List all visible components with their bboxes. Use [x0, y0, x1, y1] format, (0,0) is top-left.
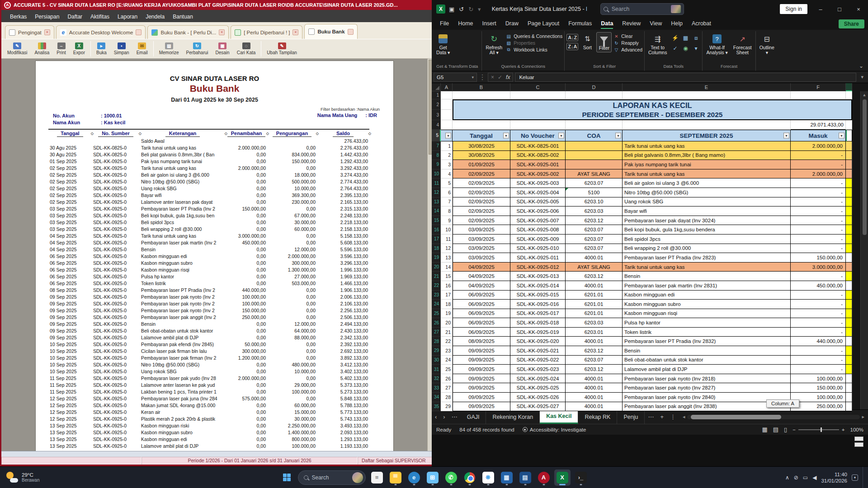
cell-g[interactable] [846, 151, 852, 160]
row-header[interactable]: 16 [432, 225, 441, 235]
cell-voucher[interactable]: SDL-KK-0925-013 [510, 272, 566, 281]
taskbar-app-icon[interactable]: ✆ [443, 469, 459, 486]
cell-description[interactable]: Bensin [623, 272, 791, 281]
taskbar-app-icon[interactable]: ▤ [517, 469, 533, 486]
cell-voucher[interactable]: SDL-KK-0925-003 [510, 178, 566, 188]
hscroll-left-icon[interactable]: ◂ [683, 414, 685, 420]
filter-dropdown-icon[interactable]: ▼ [783, 133, 789, 139]
bank-book-row[interactable]: 11 Sep 2025 SDL-KK-0925-0 Pembayaran las… [48, 375, 369, 381]
ribbon-tab[interactable]: Draw [501, 19, 523, 29]
cell-g[interactable] [846, 309, 852, 319]
menu-item[interactable]: Laporan [113, 12, 142, 21]
cell-coa[interactable] [566, 151, 623, 160]
sheet-tab[interactable]: Penju [617, 410, 645, 424]
cell-index[interactable]: 8 [441, 206, 453, 216]
cell-index[interactable]: 28 [441, 393, 453, 402]
cell-index[interactable]: 16 [441, 281, 453, 291]
cell-tanggal[interactable]: 06/09/2025 [453, 309, 510, 319]
cell-index[interactable]: 2 [441, 151, 453, 160]
cell-description[interactable]: Pembayaran laser PT Pradia (Inv 2823) [623, 253, 791, 263]
cell-tanggal[interactable]: 04/09/2025 [453, 272, 510, 281]
cell-g[interactable] [846, 365, 852, 374]
cell-tanggal[interactable]: 04/09/2025 [453, 281, 510, 291]
cell-g[interactable] [846, 393, 852, 402]
toolbar-button[interactable]: ▪ Simpan [111, 42, 132, 56]
column-header-f[interactable]: F [791, 83, 846, 91]
header-cell-masuk[interactable]: Masuk▼ [791, 130, 846, 141]
cell-index[interactable]: 20 [441, 318, 453, 328]
bank-book-row[interactable]: 12 Sep 2025 SDL-KK-0925-0 Keran air 0,00… [48, 408, 369, 415]
cell-index[interactable]: 27 [441, 383, 453, 393]
bank-book-row[interactable]: 02 Sep 2025 SDL-KK-0925-0 Uang rokok SBG… [48, 185, 369, 192]
toolbar-button[interactable]: ▸ Buka [93, 42, 110, 56]
tab-close-icon[interactable]: × [219, 29, 225, 35]
bank-book-row[interactable]: 10 Sep 2025 SDL-KK-0925-0 Pembayaran pak… [48, 341, 369, 347]
cell-index[interactable]: 21 [441, 328, 453, 337]
workbook-links-button[interactable]: ⧉Workbook Links [506, 47, 562, 52]
cell-g[interactable] [846, 374, 852, 384]
cell-index[interactable]: 13 [441, 253, 453, 263]
sort-button[interactable]: ⇅ Sort [580, 32, 594, 52]
cell-description[interactable]: Tarik tunai untuk uang kas [623, 141, 791, 151]
cell-voucher[interactable]: SDL-KK-0925-017 [510, 309, 566, 319]
accurate-title-bar[interactable]: A ACCURATE 5 - CV SINAR DUTA LASER RO [E… [1, 0, 434, 10]
cell-voucher[interactable]: SDL-KK-0925-023 [510, 365, 566, 374]
show-desktop-button[interactable] [863, 467, 864, 488]
row-header[interactable]: 26 [432, 318, 441, 328]
row-header[interactable]: 24 [432, 300, 441, 309]
cell-g[interactable] [846, 197, 852, 207]
scrollbar-thumb[interactable] [863, 99, 867, 235]
bank-book-row[interactable]: 06 Sep 2025 SDL-KK-0925-0 Token listrik … [48, 280, 369, 286]
cell-g[interactable] [846, 216, 852, 225]
cell[interactable] [566, 120, 623, 130]
col-header-saldo[interactable]: Saldo◇ [317, 129, 369, 137]
sheet-data-row[interactable]: 23 17 06/09/2025 SDL-KK-0925-015 6201.01… [432, 291, 868, 300]
row-header[interactable]: 27 [432, 328, 441, 337]
bank-book-row[interactable]: 06 Sep 2025 SDL-KK-0925-0 Kasbon minggua… [48, 253, 369, 259]
bank-book-row[interactable]: 13 Sep 2025 SDL-KK-0925-0 Kasbon minggua… [48, 429, 369, 436]
cell-total[interactable]: 29.071.433,00 [791, 120, 846, 130]
taskbar-app-icon[interactable]: ▦ [499, 469, 515, 486]
bank-book-row[interactable]: 09 Sep 2025 SDL-KK-0925-0 Pembayaran las… [48, 307, 369, 314]
cell-voucher[interactable]: SDL-KK-0925-018 [510, 318, 566, 328]
cell-coa[interactable]: 6203.01 [566, 328, 623, 337]
report-banner[interactable]: LAPORAN KAS KECIL PERIODE SEPTEMBER - DE… [453, 99, 852, 120]
bank-book-row[interactable]: 01 Sep 2025 SDL-KK-0925-0 Pak iyas numpa… [48, 158, 369, 164]
maximize-button[interactable]: □ [830, 0, 849, 18]
cell-description[interactable]: Pembayaran laser pak anggit (Inv 2838) [623, 402, 791, 412]
bank-book-row[interactable]: 08 Sep 2025 SDL-KK-0925-0 Pembayaran las… [48, 286, 369, 293]
cell-masuk[interactable]: - [791, 178, 846, 188]
cell-g[interactable] [846, 225, 852, 235]
undo-icon[interactable]: ↺ [459, 6, 464, 13]
toolbar-button[interactable]: Analisa [31, 42, 52, 56]
cell-description[interactable]: Token listrik [623, 328, 791, 337]
filter-dropdown-icon[interactable]: ▼ [839, 133, 844, 139]
row-header[interactable]: 20 [432, 263, 441, 272]
cell-description[interactable]: Bensin [623, 346, 791, 356]
cell-tanggal[interactable]: 02/09/2025 [453, 206, 510, 216]
ribbon-tab[interactable]: Data [596, 19, 618, 29]
bank-book-row[interactable]: 04 Sep 2025 SDL-KK-0925-0 Tarik tunai un… [48, 232, 369, 239]
tab-close-icon[interactable] [348, 29, 354, 35]
toolbar-button[interactable]: ✎ Ubah Tampilan [264, 42, 300, 56]
cell-tanggal[interactable]: 03/09/2025 [453, 225, 510, 235]
row-header[interactable]: 28 [432, 337, 441, 346]
bank-book-row[interactable]: 09 Sep 2025 SDL-KK-0925-0 Bensin 0,00 12… [48, 320, 369, 327]
toolbar-button[interactable]: ▤ Memorize [156, 42, 182, 56]
cell-index[interactable]: 6 [441, 188, 453, 197]
cell-masuk[interactable]: - [791, 272, 846, 281]
taskbar-app-icon[interactable]: ≡ [369, 469, 385, 486]
menu-item[interactable]: Aktifitas [86, 12, 113, 21]
cell-description[interactable]: Beli obat-obatan untuk stok kantor [623, 356, 791, 365]
cell-voucher[interactable]: SDL-KK-0925-026 [510, 393, 566, 402]
sheet-nav-left-icon[interactable]: ‹ [432, 410, 440, 424]
bank-book-row[interactable]: 12 Sep 2025 SDL-KK-0925-0 Pembayaran las… [48, 395, 369, 402]
start-button[interactable] [279, 470, 295, 485]
toolbar-button[interactable]: ✎ Modifikasi [4, 42, 30, 56]
save-icon[interactable]: ▣ [449, 6, 454, 13]
ribbon-tab[interactable]: Review [618, 19, 645, 29]
zoom-slider[interactable] [798, 429, 839, 430]
scroll-up-icon[interactable]: ▲ [861, 91, 868, 99]
col-header-keterangan[interactable]: Keterangan◇ [140, 129, 226, 137]
sheet-data-row[interactable]: 31 25 09/09/2025 SDL-KK-0925-023 6203.12… [432, 365, 868, 374]
